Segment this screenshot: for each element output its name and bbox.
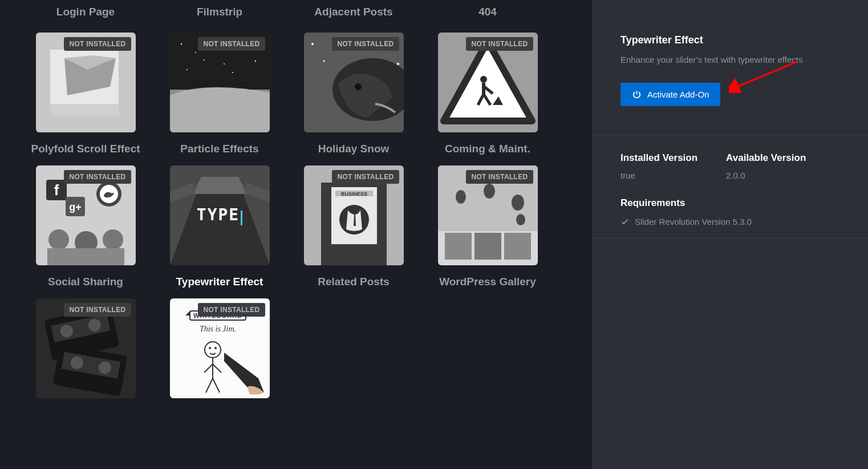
addon-card-whiteboard[interactable]: NOT INSTALLED WHITEBOARD This is Jim. [157,298,282,398]
svg-text:g+: g+ [69,201,82,213]
svg-point-28 [480,76,487,83]
addons-grid-area: Login Page Filmstrip Adjacent Posts 404 … [0,0,591,469]
svg-point-60 [512,195,524,211]
svg-point-13 [186,69,188,70]
addon-thumb-typewriter[interactable]: TYPE [170,165,270,265]
svg-point-43 [103,229,123,250]
addon-thumb-maint[interactable]: NOT INSTALLED [438,33,538,132]
svg-point-11 [254,60,255,62]
addon-card-gallery[interactable]: NOT INSTALLED WordPress Gallery [425,165,550,293]
requirement-item: Slider Revolution Version 5.3.0 [620,217,839,227]
addon-thumb-whiteboard[interactable]: NOT INSTALLED WHITEBOARD This is Jim. [170,298,270,398]
type-text: TYPE [197,205,240,224]
addon-title-adjacent-posts[interactable]: Adjacent Posts [291,0,416,27]
addon-title-login-page[interactable]: Login Page [23,0,148,27]
annotation-arrow [729,59,803,93]
svg-point-8 [195,52,196,53]
badge-not-installed: NOT INSTALLED [466,170,533,184]
divider [592,238,868,238]
svg-text:BUSINESS: BUSINESS [340,191,367,197]
activate-addon-label: Activate Add-On [647,90,709,99]
badge-not-installed: NOT INSTALLED [198,303,265,317]
svg-marker-47 [193,177,247,194]
addon-label-snow: Holiday Snow [318,143,390,155]
version-row: Installed Version true Available Version… [620,152,839,180]
addon-label-typewriter: Typewriter Effect [176,276,263,288]
addon-card-particles[interactable]: NOT INSTALLED Particle Effects [157,33,282,160]
addon-thumb-social[interactable]: NOT INSTALLED f g+ [36,165,136,265]
addon-card-typewriter[interactable]: TYPE Typewriter Effect [157,165,282,293]
svg-point-41 [48,229,69,250]
svg-line-88 [736,62,797,87]
svg-point-7 [180,43,181,45]
addons-grid: Login Page Filmstrip Adjacent Posts 404 … [23,0,586,398]
addon-thumb-snow[interactable]: NOT INSTALLED [304,33,404,132]
svg-point-12 [224,63,225,64]
badge-not-installed: NOT INSTALLED [332,170,399,184]
addon-label-gallery: WordPress Gallery [439,276,536,288]
requirements-label: Requirements [620,197,839,209]
badge-not-installed: NOT INSTALLED [466,37,533,51]
svg-point-19 [355,83,362,90]
addon-card-related[interactable]: NOT INSTALLED BUSINESS Related Posts [291,165,416,293]
addon-label-particles: Particle Effects [180,143,258,155]
detail-title: Typewriter Effect [620,34,839,46]
power-icon [632,90,642,99]
available-version-value: 2.0.0 [726,171,806,180]
addon-thumb-polyfold[interactable]: NOT INSTALLED [36,33,136,132]
svg-point-24 [323,60,325,62]
addon-thumb-gallery[interactable]: NOT INSTALLED [438,165,538,265]
svg-rect-4 [50,104,119,115]
svg-point-80 [209,347,211,349]
svg-point-81 [214,347,217,349]
activate-addon-button[interactable]: Activate Add-On [620,83,720,106]
svg-point-20 [311,43,314,45]
badge-not-installed: NOT INSTALLED [64,37,131,51]
addon-thumb-cassette[interactable]: NOT INSTALLED [36,298,136,398]
type-cursor [241,211,242,225]
type-text-wrap: TYPE [197,205,242,225]
badge-not-installed: NOT INSTALLED [198,37,265,51]
installed-version-label: Installed Version [620,152,697,164]
addon-card-maint[interactable]: NOT INSTALLED Coming & Maint. [425,33,550,160]
svg-text:f: f [54,181,59,199]
addon-title-filmstrip[interactable]: Filmstrip [157,0,282,27]
svg-point-16 [232,72,233,73]
badge-not-installed: NOT INSTALLED [332,37,399,51]
addon-card-snow[interactable]: NOT INSTALLED Holiday Snow [291,33,416,160]
addon-label-polyfold: Polyfold Scroll Effect [31,143,140,155]
addon-title-404[interactable]: 404 [425,0,550,27]
addon-card-cassette[interactable]: NOT INSTALLED [23,298,148,398]
addon-label-maint: Coming & Maint. [445,143,530,155]
svg-rect-62 [445,233,472,260]
svg-point-25 [397,63,399,65]
svg-rect-44 [47,248,124,265]
addon-thumb-particles[interactable]: NOT INSTALLED [170,33,270,132]
addon-card-social[interactable]: NOT INSTALLED f g+ Social Sharing [23,165,148,293]
svg-rect-63 [474,233,501,260]
addon-label-social: Social Sharing [48,276,123,288]
badge-not-installed: NOT INSTALLED [64,303,131,317]
svg-point-61 [516,214,525,225]
available-version-label: Available Version [726,152,806,164]
addon-thumb-related[interactable]: NOT INSTALLED BUSINESS [304,165,404,265]
addon-card-polyfold[interactable]: NOT INSTALLED Polyfold Scroll Effect [23,33,148,160]
addon-details-panel: Typewriter Effect Enhance your slider's … [591,0,868,469]
svg-point-15 [204,59,205,60]
badge-not-installed: NOT INSTALLED [64,170,131,184]
addon-label-related: Related Posts [318,276,390,288]
installed-version-value: true [620,171,697,180]
svg-text:This is Jim.: This is Jim. [199,325,236,333]
svg-point-58 [456,190,466,204]
check-icon [620,217,629,226]
divider [592,135,868,135]
requirement-text: Slider Revolution Version 5.3.0 [635,217,752,227]
svg-rect-64 [504,233,531,260]
svg-point-59 [484,184,495,199]
